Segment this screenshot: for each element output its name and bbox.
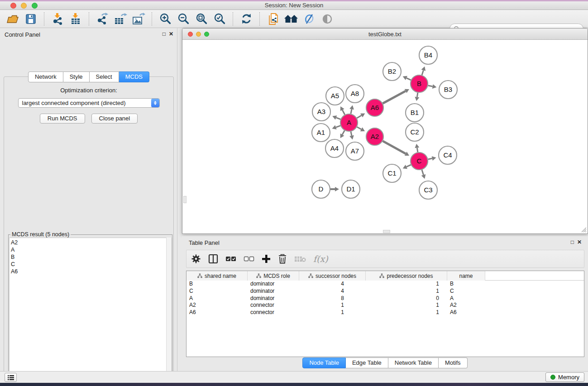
edge-B-B4[interactable] — [421, 67, 426, 75]
edge-D-D1[interactable] — [330, 187, 339, 191]
node-C3[interactable]: C3 — [419, 181, 437, 199]
import-network-icon[interactable] — [50, 12, 65, 26]
edge-C-C1[interactable] — [403, 165, 411, 169]
float-panel-icon[interactable]: □ — [163, 31, 166, 37]
export-image-icon[interactable] — [131, 12, 146, 26]
table-row[interactable]: Adominator80A — [186, 295, 584, 302]
run-mcds-button[interactable]: Run MCDS — [40, 114, 85, 124]
home-first-neighbors-icon[interactable] — [283, 12, 299, 26]
table-row[interactable]: A2connector11A2 — [186, 302, 584, 309]
tab-network[interactable]: Network — [28, 71, 63, 82]
node-A4[interactable]: A4 — [325, 139, 344, 157]
close-window-button[interactable] — [10, 3, 16, 9]
zoom-out-icon[interactable] — [176, 12, 191, 26]
column-header[interactable]: name — [447, 271, 485, 281]
edge-C-C4[interactable] — [428, 156, 436, 161]
tab-edge-table[interactable]: Edge Table — [346, 357, 388, 368]
delete-column-icon[interactable] — [278, 252, 287, 266]
network-minimize-button[interactable] — [196, 32, 201, 37]
clone-network-icon[interactable] — [265, 12, 281, 26]
unselect-all-checkboxes-icon[interactable] — [244, 252, 254, 266]
vertical-scrollbar[interactable] — [183, 196, 186, 203]
table-row[interactable]: A6connector11A6 — [186, 309, 584, 316]
network-zoom-button[interactable] — [204, 32, 209, 37]
node-A1[interactable]: A1 — [312, 124, 330, 142]
edge-A-A2[interactable] — [357, 127, 365, 132]
zoom-selected-icon[interactable] — [212, 12, 227, 26]
tab-mcds[interactable]: MCDS — [119, 71, 149, 82]
column-header[interactable]: shared name — [186, 271, 248, 281]
memory-button[interactable]: Memory — [545, 372, 584, 382]
network-close-button[interactable] — [188, 32, 193, 37]
edge-B-B1[interactable] — [415, 93, 419, 101]
zoom-in-icon[interactable] — [158, 12, 173, 26]
column-layout-icon[interactable] — [208, 252, 218, 266]
hide-graphics-details-icon[interactable] — [301, 12, 317, 26]
zoom-fit-icon[interactable] — [194, 12, 209, 26]
node-B2[interactable]: B2 — [383, 62, 401, 81]
edge-A-A1[interactable] — [332, 125, 341, 129]
result-item[interactable]: B — [11, 253, 172, 261]
node-A8[interactable]: A8 — [346, 85, 364, 103]
node-C2[interactable]: C2 — [406, 123, 424, 141]
node-A7[interactable]: A7 — [346, 142, 364, 160]
resize-grip-icon[interactable] — [580, 226, 587, 233]
edge-B-B2[interactable] — [403, 76, 411, 80]
task-history-button[interactable] — [5, 373, 17, 382]
function-builder-icon[interactable]: f(x) — [313, 252, 328, 266]
column-header[interactable]: predecessor nodes — [366, 271, 447, 281]
edge-A2-C[interactable] — [383, 141, 410, 156]
node-A6[interactable]: A6 — [366, 99, 383, 116]
eye-icon[interactable] — [320, 12, 335, 26]
close-table-panel-icon[interactable]: ✕ — [577, 239, 582, 245]
node-D1[interactable]: D1 — [342, 180, 360, 198]
delete-table-icon[interactable] — [294, 252, 306, 266]
refresh-icon[interactable] — [239, 12, 254, 26]
edge-A6-B[interactable] — [383, 89, 409, 104]
tab-node-table[interactable]: Node Table — [302, 357, 346, 368]
result-item[interactable]: A2 — [11, 239, 172, 246]
result-scrollbar[interactable] — [166, 238, 172, 386]
node-A3[interactable]: A3 — [312, 103, 330, 121]
result-item[interactable]: A6 — [11, 268, 172, 275]
open-file-icon[interactable] — [5, 12, 20, 26]
edge-A-A5[interactable] — [340, 106, 345, 114]
edge-A-A8[interactable] — [349, 105, 354, 114]
node-A[interactable]: A — [340, 114, 358, 131]
node-B[interactable]: B — [411, 75, 428, 92]
import-table-icon[interactable] — [68, 12, 83, 26]
table-row[interactable]: Bdominator41B — [186, 281, 584, 288]
edge-A-A3[interactable] — [332, 115, 340, 119]
float-table-panel-icon[interactable]: □ — [571, 239, 574, 245]
horizontal-scrollbar[interactable] — [383, 230, 390, 233]
network-window-titlebar[interactable]: testGlobe.txt — [182, 29, 588, 40]
node-B1[interactable]: B1 — [406, 104, 424, 122]
node-C[interactable]: C — [411, 152, 428, 170]
edge-B-B3[interactable] — [428, 84, 437, 89]
close-panel-button[interactable]: Close panel — [91, 114, 138, 124]
tab-motifs[interactable]: Motifs — [439, 357, 468, 368]
column-header[interactable]: MCDS role — [248, 271, 299, 281]
criterion-dropdown[interactable]: largest connected component (directed) — [18, 98, 160, 108]
tab-style[interactable]: Style — [63, 71, 90, 82]
edge-C-C2[interactable] — [415, 144, 419, 152]
edge-A-A7[interactable] — [349, 132, 354, 140]
table-row[interactable]: Cdominator41C — [186, 288, 584, 295]
result-item[interactable]: A — [11, 246, 172, 253]
select-all-checkboxes-icon[interactable] — [225, 252, 236, 266]
tab-select[interactable]: Select — [90, 71, 119, 82]
node-B3[interactable]: B3 — [439, 81, 457, 99]
export-table-icon[interactable] — [113, 12, 128, 26]
gear-icon[interactable] — [191, 252, 201, 266]
edge-A-A6[interactable] — [357, 114, 365, 118]
node-B4[interactable]: B4 — [419, 46, 437, 64]
close-panel-icon[interactable]: ✕ — [169, 31, 173, 37]
node-A2[interactable]: A2 — [366, 128, 383, 145]
network-canvas[interactable]: AA1A2A3A4A5A6A7A8BB1B2B3B4CC1C2C3C4DD1 — [183, 40, 587, 233]
node-D[interactable]: D — [312, 180, 330, 198]
edge-C-C3[interactable] — [421, 170, 426, 179]
tab-network-table[interactable]: Network Table — [388, 357, 439, 368]
export-network-icon[interactable] — [95, 12, 110, 26]
node-C1[interactable]: C1 — [383, 164, 401, 182]
result-item[interactable]: C — [11, 261, 172, 268]
